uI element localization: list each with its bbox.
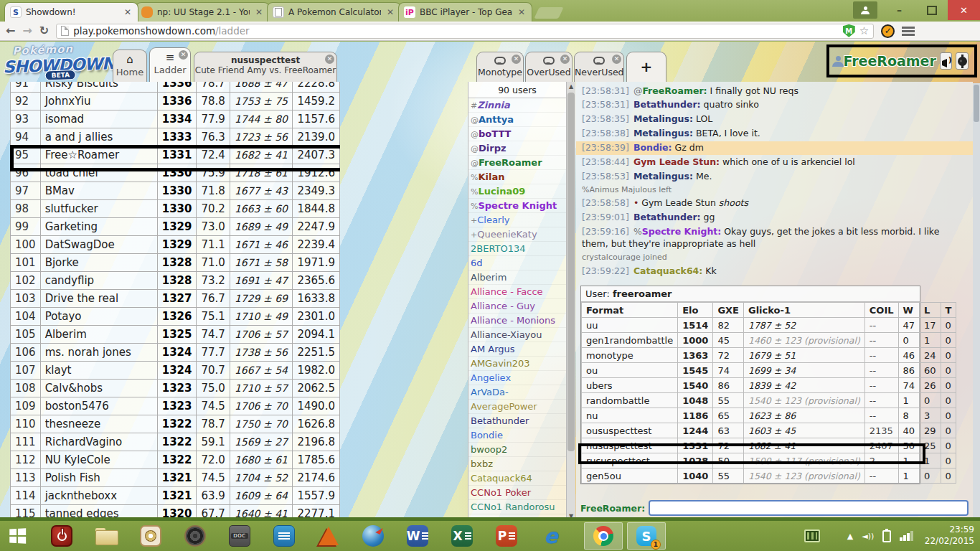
userlist-item[interactable]: Alliance-Xiayou (468, 328, 566, 342)
powerpoint-icon[interactable]: P (495, 524, 518, 547)
userlist-item[interactable]: Alliance - Facce (468, 285, 566, 299)
url-text[interactable]: play.pokemonshowdown.com/ladder (73, 25, 839, 37)
chat-username[interactable]: Spectre Knight: (642, 226, 722, 237)
bookmark-star-icon[interactable]: ☆ (859, 24, 869, 37)
userlist-item[interactable]: +QueenieKaty (468, 227, 566, 242)
volume-icon[interactable]: ◄)) (862, 532, 874, 541)
browser-tab[interactable]: np: UU Stage 2.1 - You Are ✕ (136, 2, 270, 22)
chat-username[interactable]: Bondie: (633, 142, 672, 153)
battery-icon[interactable] (882, 530, 891, 542)
reload-icon[interactable]: ↻ (39, 25, 49, 37)
userlist-item[interactable]: AM Argus (468, 342, 566, 357)
start-icon[interactable] (6, 524, 29, 547)
speaker-app-icon[interactable] (184, 524, 207, 547)
chat-username[interactable]: FreeRoamer: (642, 85, 707, 96)
skype-icon[interactable]: S1 (627, 522, 666, 550)
chat-input[interactable] (649, 500, 969, 516)
chat-username[interactable]: Metalingus: (633, 113, 693, 124)
userlist-item[interactable]: Betathunder (468, 414, 566, 428)
close-icon[interactable]: ✕ (517, 7, 527, 17)
network-signal-icon[interactable] (900, 531, 913, 541)
address-bar[interactable]: play.pokemonshowdown.com/ladder M ☆ (56, 24, 874, 39)
chat-username[interactable]: Gym Leade Stun: (633, 156, 720, 167)
tab-battle[interactable]: ✕ nususpecttest Cute Friend Amy vs. Free… (194, 52, 337, 82)
tab-monotype[interactable]: ✕ Monotype (476, 52, 524, 82)
browser-profile-icon[interactable] (853, 1, 877, 19)
scrollbar-thumb[interactable] (567, 93, 575, 451)
userlist-item[interactable]: @FreeRoamer (468, 156, 566, 170)
userlist-item[interactable]: 2BERTO134 (468, 242, 566, 256)
globe-app-icon[interactable] (362, 524, 385, 547)
explorer-icon[interactable] (95, 524, 118, 547)
userlist-item[interactable]: Bondie (468, 428, 566, 443)
close-icon[interactable]: ✕ (254, 7, 264, 17)
taskbar-clock[interactable]: 23:59 22/02/2015 (925, 524, 974, 547)
close-window-button[interactable] (948, 0, 980, 20)
userlist-item[interactable]: Alliance - Guy (468, 299, 566, 314)
userlist-item[interactable]: 6d (468, 256, 566, 270)
userlist-item[interactable]: CCNo1 Poker (468, 486, 566, 500)
chat-username[interactable]: Metalingus: (633, 128, 693, 138)
close-icon[interactable]: ✕ (560, 55, 570, 64)
forward-icon[interactable]: → (22, 25, 32, 37)
chat-username[interactable]: Gym Leade Stun (641, 197, 719, 208)
tray-expand-icon[interactable]: ▲ (847, 532, 853, 541)
menu-icon[interactable] (902, 27, 915, 36)
sound-button[interactable] (940, 52, 953, 70)
photos-icon[interactable] (139, 524, 162, 547)
close-icon[interactable]: ✕ (512, 55, 521, 64)
userlist-item[interactable]: Angeliex (468, 371, 566, 385)
userlist-item[interactable]: Cataquack64 (468, 471, 566, 486)
chat-scrollbar[interactable] (973, 83, 980, 517)
browser-new-tab-button[interactable] (534, 7, 563, 19)
matlab-icon[interactable] (317, 524, 340, 547)
userlist-item[interactable]: ArVaDa- (468, 385, 566, 400)
userlist-item[interactable]: %Kilan (468, 170, 566, 184)
close-icon[interactable]: ✕ (123, 7, 133, 17)
new-room-tab-button[interactable]: + (626, 52, 666, 82)
word-icon[interactable]: W (406, 524, 429, 547)
close-icon[interactable]: ✕ (385, 7, 395, 17)
close-icon[interactable]: ✕ (179, 50, 188, 60)
userlist-item[interactable]: Alberim (468, 270, 566, 285)
ie-icon[interactable]: e (540, 524, 562, 547)
tab-home[interactable]: ⌂ Home (113, 50, 147, 82)
media-app-icon[interactable] (804, 529, 820, 542)
userlist-item[interactable]: +Clearly (468, 213, 566, 227)
chat-username[interactable]: Cataquack64: (633, 265, 702, 276)
userlist-item[interactable]: #Zinnia (468, 98, 566, 113)
tab-neverused[interactable]: ✕ NeverUsed (574, 52, 624, 82)
userlist-item[interactable]: AMGavin203 (468, 357, 566, 371)
tab-ladder[interactable]: ✕ ≡ Ladder (149, 47, 191, 82)
close-icon[interactable]: ✕ (325, 55, 334, 64)
minimize-button[interactable] (883, 0, 915, 20)
userlist-scrollbar[interactable]: ▲ ▼ (566, 82, 575, 521)
userlist-item[interactable]: @Anttya (468, 113, 566, 127)
username-button[interactable]: FreeRoamer (843, 53, 936, 69)
browser-tab[interactable]: iP BBC iPlayer - Top Gear - S ✕ (398, 2, 532, 22)
chat-username[interactable]: Betathunder: (633, 99, 701, 110)
chat-username[interactable]: Betathunder: (633, 212, 701, 222)
power-icon[interactable] (50, 524, 73, 547)
userlist-item[interactable]: @boTTT (468, 127, 566, 141)
userlist-item[interactable]: bwoop2 (468, 443, 566, 457)
excel-icon[interactable]: X (451, 524, 473, 547)
shield-extension-icon[interactable]: M (843, 24, 855, 37)
settings-doc-icon[interactable] (273, 524, 296, 547)
userlist-item[interactable]: bxbz (468, 457, 566, 471)
maximize-button[interactable] (915, 0, 948, 20)
userlist-item[interactable]: %Lucina09 (468, 184, 566, 199)
userlist-item[interactable]: CCNo1 Randorosu (468, 500, 566, 514)
close-icon[interactable]: ✕ (612, 55, 621, 64)
userlist-item[interactable]: Alliance - Monions (468, 314, 566, 328)
browser-tab[interactable]: S Showdown! ✕ (4, 2, 138, 22)
tab-overused[interactable]: ✕ OverUsed (525, 52, 573, 82)
chat-username[interactable]: Metalingus: (633, 171, 693, 182)
userlist-item[interactable]: @Dirpz (468, 141, 566, 156)
scroll-up-icon[interactable]: ▲ (567, 82, 575, 91)
userlist-item[interactable]: %Spectre Knight (468, 199, 566, 213)
scrollbar-thumb[interactable] (974, 85, 979, 122)
doc-folder-icon[interactable]: DOC (228, 524, 251, 547)
chrome-icon[interactable] (584, 522, 623, 550)
browser-tab[interactable]: A Pokemon Calculator ✕ (267, 2, 401, 22)
